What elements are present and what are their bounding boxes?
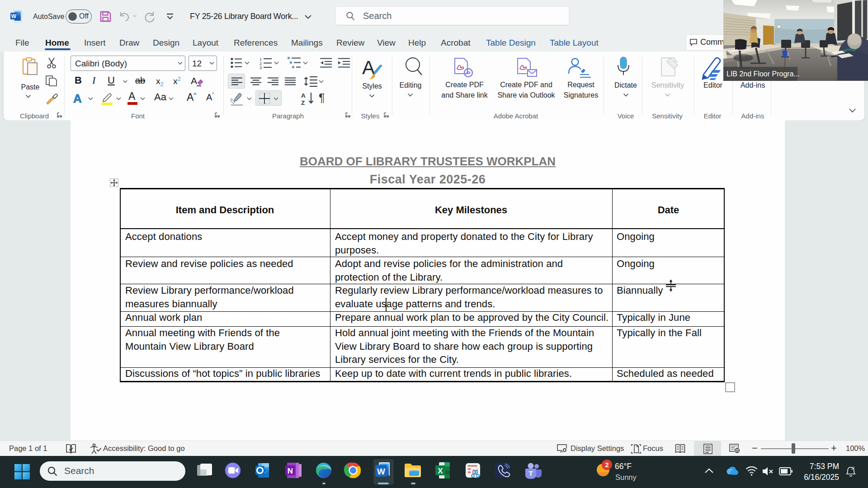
- svg-text:LIB 2nd Floor Progra...: LIB 2nd Floor Progra...: [726, 70, 800, 78]
- svg-text:W: W: [377, 467, 385, 476]
- svg-text:N: N: [288, 467, 293, 475]
- svg-text:A: A: [191, 75, 197, 86]
- svg-text:A: A: [301, 92, 306, 99]
- svg-text:A: A: [73, 92, 82, 105]
- svg-text:3: 3: [259, 66, 262, 69]
- svg-text:X: X: [438, 467, 443, 475]
- svg-text:W: W: [11, 13, 17, 19]
- svg-text:1: 1: [259, 57, 262, 61]
- svg-text:T: T: [528, 469, 533, 477]
- svg-text:z: z: [853, 466, 855, 469]
- svg-text:Z: Z: [301, 99, 305, 105]
